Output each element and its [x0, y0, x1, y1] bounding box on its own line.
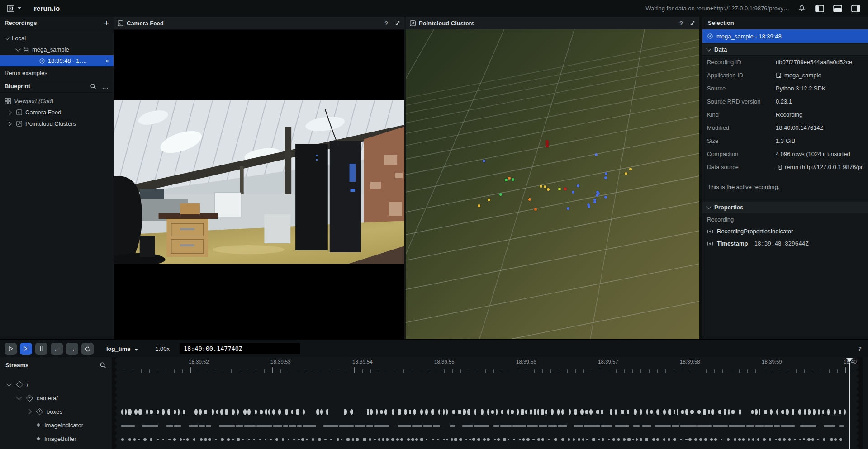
pointcloud-view-title: Pointcloud Clusters — [419, 20, 474, 27]
database-icon — [23, 47, 29, 53]
maximize-view-icon[interactable] — [394, 20, 401, 26]
follow-button[interactable] — [20, 343, 32, 355]
toggle-left-panel-button[interactable] — [814, 4, 825, 14]
toggle-right-panel-button[interactable] — [850, 4, 862, 14]
playhead-line[interactable] — [849, 363, 850, 449]
point — [534, 208, 537, 211]
point — [546, 144, 549, 147]
stream-root-label: / — [27, 381, 28, 388]
point — [595, 153, 598, 156]
stream-item-image-buffer[interactable]: ImageBuffer — [0, 432, 112, 445]
time-control-bar: ← → log_time 1.00x 18:40:00.147740Z ? — [0, 339, 868, 358]
maximize-view-icon[interactable] — [689, 20, 696, 26]
stream-image-buffer-label: ImageBuffer — [44, 435, 76, 442]
point — [629, 168, 632, 170]
connection-status: Waiting for data on rerun+http://127.0.0… — [645, 5, 789, 12]
property-recording-properties-indicator[interactable]: RecordingPropertiesIndicator — [702, 225, 868, 237]
app-menu-button[interactable] — [6, 4, 21, 13]
stream-item-image-indicator[interactable]: ImageIndicator — [0, 418, 112, 432]
chevron-down-icon — [706, 46, 711, 51]
data-section-header[interactable]: Data — [702, 44, 868, 56]
camera-feed-view-header[interactable]: Camera Feed ? — [114, 17, 404, 30]
help-icon[interactable]: ? — [384, 20, 388, 27]
chevron-down-icon — [706, 204, 711, 209]
stream-image-indicator-label: ImageIndicator — [44, 422, 83, 429]
point — [505, 179, 508, 181]
pointcloud-content[interactable] — [406, 29, 699, 339]
blueprint-header: Blueprint … — [0, 80, 114, 93]
chevron-down-icon — [134, 349, 138, 351]
timeline-selector[interactable]: log_time — [106, 345, 138, 352]
view-2d-icon — [16, 109, 23, 116]
kv-size: Size1.3 GiB — [702, 134, 868, 147]
tree-item-dataset[interactable]: mega_sample — [0, 44, 114, 55]
kv-kind: KindRecording — [702, 108, 868, 121]
stream-item-camera[interactable]: camera/ — [0, 391, 112, 405]
toggle-bottom-panel-button[interactable] — [832, 4, 844, 14]
pause-button[interactable] — [35, 343, 47, 355]
tree-item-viewport[interactable]: Viewport (Grid) — [0, 95, 114, 107]
play-button[interactable] — [5, 343, 17, 355]
stream-camera-label: camera/ — [37, 395, 58, 402]
search-icon[interactable] — [100, 362, 106, 369]
step-back-button[interactable]: ← — [51, 343, 63, 355]
pointcloud-view-header[interactable]: Pointcloud Clusters ? — [406, 17, 699, 30]
point — [528, 198, 531, 201]
view-3d-icon — [16, 120, 23, 127]
stream-item-root[interactable]: / — [0, 378, 112, 391]
point — [625, 172, 627, 175]
properties-section-header[interactable]: Properties — [702, 202, 868, 213]
kv-data-source: Data sourcererun+http://127.0.0.1:9876/p… — [702, 161, 868, 174]
grid-layout-icon — [5, 98, 11, 104]
playhead-handle[interactable] — [846, 358, 853, 363]
property-timestamp[interactable]: Timestamp 18:39:48.829644Z — [702, 237, 868, 250]
kv-compaction: Compaction4 096 rows (1024 if unsorted — [702, 147, 868, 161]
entity-icon — [26, 394, 33, 402]
point — [588, 205, 590, 208]
help-icon[interactable]: ? — [679, 20, 683, 27]
pointcloud-scene — [406, 29, 699, 339]
point — [577, 184, 579, 187]
component-leaf-icon — [37, 423, 40, 427]
search-icon[interactable] — [90, 83, 96, 90]
playback-speed[interactable]: 1.00x — [155, 345, 170, 352]
tree-item-pointcloud-clusters[interactable]: Pointcloud Clusters — [0, 118, 114, 129]
current-time-input[interactable]: 18:40:00.147740Z — [180, 343, 300, 354]
add-recording-button[interactable]: + — [104, 19, 109, 27]
view-2d-icon — [117, 20, 124, 27]
camera-feed-image — [114, 100, 404, 264]
blueprint-title: Blueprint — [5, 83, 30, 90]
stream-item-boxes[interactable]: boxes — [0, 405, 112, 418]
entity-icon — [36, 408, 43, 415]
camera-feed-label: Camera Feed — [25, 109, 61, 116]
point — [547, 188, 550, 191]
camera-feed-content[interactable] — [114, 29, 404, 339]
tree-item-local[interactable]: Local — [0, 33, 114, 44]
loop-button[interactable] — [81, 343, 94, 355]
chevron-down-icon — [18, 7, 21, 9]
help-icon[interactable]: ? — [858, 345, 862, 352]
tree-item-recording-selected[interactable]: 18:39:48 - 1…. × — [0, 55, 114, 66]
chevron-down-icon — [16, 395, 21, 400]
kv-modified: Modified18:40:00.147614Z — [702, 121, 868, 134]
point — [564, 188, 567, 190]
component-icon — [707, 229, 713, 234]
rerun-examples-item[interactable]: Rerun examples — [0, 66, 114, 80]
tree-item-camera-feed[interactable]: Camera Feed — [0, 107, 114, 118]
properties-group-label: Recording — [702, 213, 868, 225]
point — [567, 207, 569, 210]
data-section-title: Data — [714, 46, 727, 53]
step-forward-button[interactable]: → — [66, 343, 78, 355]
local-label: Local — [12, 35, 26, 42]
left-panel: Recordings + Local mega_sample 18:39:48 … — [0, 17, 114, 339]
more-options-icon[interactable]: … — [102, 82, 109, 90]
close-recording-icon[interactable]: × — [105, 57, 109, 65]
selected-recording-item[interactable]: mega_sample - 18:39:48 — [702, 29, 868, 43]
recording-icon — [707, 33, 713, 39]
camera-feed-view-title: Camera Feed — [127, 20, 164, 27]
recordings-title: Recordings — [5, 19, 37, 26]
timeline-marks — [0, 357, 868, 449]
chevron-right-icon — [26, 409, 31, 414]
dataset-label: mega_sample — [32, 46, 69, 53]
notifications-bell-icon[interactable] — [796, 4, 807, 14]
